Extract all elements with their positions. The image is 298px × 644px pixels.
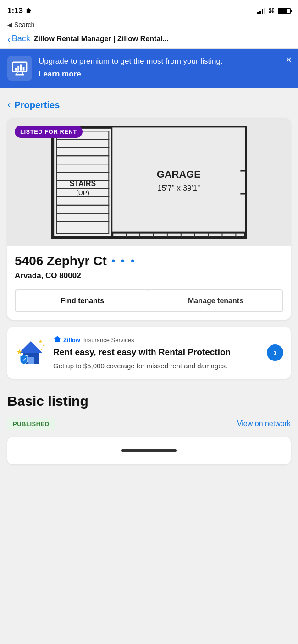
svg-text:✓: ✓	[22, 356, 27, 363]
tabs-row: Find tenants Manage tenants	[15, 289, 283, 312]
manage-tenants-tab[interactable]: Manage tenants	[149, 290, 282, 311]
svg-rect-1	[13, 62, 27, 72]
properties-nav[interactable]: ‹ Properties	[7, 95, 291, 118]
scroll-indicator	[121, 449, 177, 452]
insurance-arrow-button[interactable]: ›	[267, 344, 283, 361]
zillow-insurance-label: Zillow Insurance Services	[53, 335, 260, 345]
svg-text:★: ★	[40, 348, 43, 351]
battery-icon	[278, 8, 291, 14]
status-bar: 1:13 ⌘	[0, 0, 298, 20]
insurance-text: Zillow Insurance Services Rent easy, res…	[53, 335, 260, 371]
property-city: Arvada, CO 80002	[15, 271, 283, 280]
svg-rect-47	[28, 357, 34, 364]
learn-more-link[interactable]: Learn more	[39, 70, 81, 78]
properties-chevron-icon: ‹	[7, 99, 11, 111]
bottom-card	[7, 437, 291, 464]
search-label[interactable]: Search	[14, 21, 34, 28]
find-tenants-tab[interactable]: Find tenants	[15, 289, 150, 312]
published-badge: PUBLISHED	[7, 418, 55, 430]
zillow-logo-icon	[53, 335, 61, 344]
listed-for-rent-badge: LISTED FOR RENT	[15, 126, 83, 138]
search-nav: ◀ Search	[0, 20, 298, 30]
browser-bar: ‹ Back Zillow Rental Manager | Zillow Re…	[0, 30, 298, 49]
svg-text:GARAGE: GARAGE	[157, 169, 201, 180]
property-card: STAIRS (UP) GARAGE 15'7" x 39'1"	[7, 118, 291, 320]
basic-listing-section: Basic listing PUBLISHED View on network	[7, 386, 291, 464]
nav-back-arrow: ◀	[7, 21, 12, 28]
svg-rect-12	[112, 127, 245, 237]
signal-bars	[257, 8, 265, 14]
zillow-brand: Zillow	[63, 337, 80, 344]
banner-text: Upgrade to premium to get the most from …	[39, 56, 280, 79]
view-on-network-link[interactable]: View on network	[237, 420, 291, 428]
floor-plan-area: STAIRS (UP) GARAGE 15'7" x 39'1"	[7, 118, 291, 246]
wifi-icon: ⌘	[268, 7, 275, 15]
svg-point-0	[29, 10, 30, 11]
back-button[interactable]: ‹ Back	[7, 34, 30, 44]
insurance-services-text: Insurance Services	[83, 337, 134, 344]
insurance-headline: Rent easy, rest easy with Rental Protect…	[53, 347, 260, 358]
svg-rect-8	[23, 67, 25, 71]
browser-title: Zillow Rental Manager | Zillow Rental...	[34, 35, 291, 43]
svg-rect-7	[20, 64, 22, 70]
insurance-graphic: ★ ✦ ★ ✓ ★	[15, 337, 47, 369]
property-address: 5406 Zephyr Ct	[15, 254, 107, 268]
more-options-button[interactable]: • • •	[111, 256, 136, 267]
main-content: ‹ Properties	[0, 88, 298, 472]
arrow-icon: ›	[273, 347, 276, 359]
address-row: 5406 Zephyr Ct • • •	[15, 254, 283, 268]
svg-rect-5	[15, 68, 17, 71]
svg-rect-6	[17, 66, 19, 71]
back-label: Back	[12, 34, 30, 44]
insurance-description: Get up to $5,000 coverage for missed ren…	[53, 361, 260, 371]
banner-icon	[7, 56, 32, 81]
insurance-icon: ★ ✦ ★ ✓ ★	[15, 337, 47, 369]
promo-banner: Upgrade to premium to get the most from …	[0, 49, 298, 88]
back-chevron-icon: ‹	[7, 34, 11, 44]
basic-listing-title: Basic listing	[7, 390, 291, 415]
location-icon	[25, 8, 32, 14]
status-icons: ⌘	[257, 7, 291, 15]
banner-message: Upgrade to premium to get the most from …	[39, 56, 280, 67]
banner-close-button[interactable]: ×	[286, 55, 292, 65]
insurance-ad[interactable]: ★ ✦ ★ ✓ ★ Zillow	[7, 327, 291, 379]
svg-text:✦: ✦	[42, 344, 45, 348]
svg-rect-27	[240, 171, 245, 194]
svg-text:15'7" x 39'1": 15'7" x 39'1"	[157, 184, 200, 192]
svg-text:(UP): (UP)	[76, 189, 89, 196]
properties-label: Properties	[14, 100, 60, 110]
time-display: 1:13	[7, 6, 23, 16]
property-info: 5406 Zephyr Ct • • • Arvada, CO 80002 Fi…	[7, 246, 291, 320]
status-time: 1:13	[7, 6, 32, 16]
svg-text:STAIRS: STAIRS	[70, 180, 96, 187]
svg-text:★: ★	[17, 348, 22, 355]
zillow-logo	[53, 335, 61, 345]
monitor-icon	[11, 60, 28, 77]
published-row: PUBLISHED View on network	[7, 415, 291, 435]
